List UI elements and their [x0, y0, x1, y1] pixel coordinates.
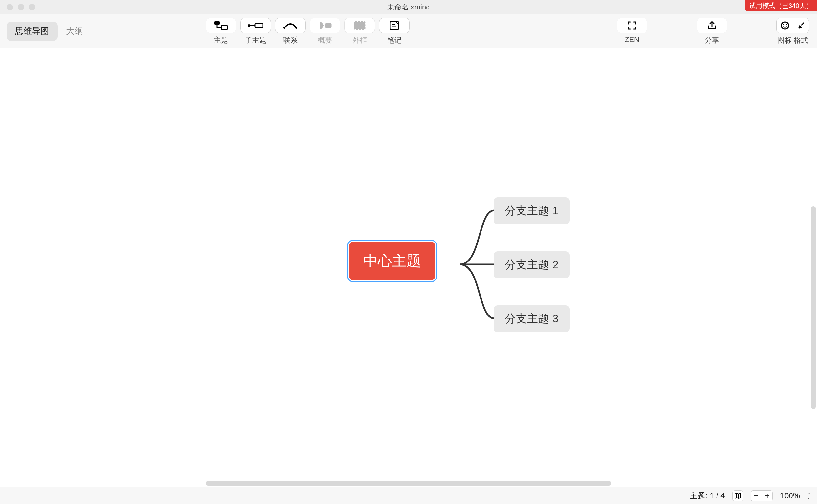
topic-button[interactable]: 主题 [206, 18, 236, 45]
minimize-window-button[interactable] [18, 4, 24, 10]
svg-point-2 [248, 24, 250, 27]
subtopic-label: 子主题 [245, 35, 266, 45]
svg-rect-4 [255, 23, 263, 28]
svg-point-5 [283, 27, 285, 29]
canvas-area[interactable]: 中心主题 分支主题 1 分支主题 2 分支主题 3 [0, 48, 817, 487]
view-mode-toggle: 思维导图 大纲 [7, 22, 92, 41]
status-bar: 主题: 1 / 4 − + 100% ⌃ ⌄ [0, 487, 817, 504]
map-icon [734, 493, 741, 499]
branch-topic-node-2[interactable]: 分支主题 2 [494, 251, 570, 278]
share-icon [697, 18, 727, 33]
branch-topic-node-3[interactable]: 分支主题 3 [494, 305, 570, 332]
mindmap-view-tab[interactable]: 思维导图 [7, 22, 58, 41]
subtopic-icon [240, 18, 271, 33]
svg-point-14 [786, 24, 787, 25]
vertical-scrollbar[interactable] [811, 206, 816, 409]
central-topic-node[interactable]: 中心主题 [349, 242, 435, 280]
note-icon [379, 18, 410, 33]
relationship-icon [275, 18, 306, 33]
svg-point-6 [295, 27, 297, 29]
zoom-level-label: 100% [780, 491, 800, 500]
svg-rect-7 [326, 24, 331, 27]
fullscreen-icon [617, 18, 647, 33]
svg-point-12 [781, 22, 789, 29]
main-tool-group: 主题 子主题 联系 概要 外框 [206, 18, 410, 45]
chevron-down-icon: ⌄ [807, 496, 810, 499]
zen-button[interactable]: ZEN [617, 18, 647, 45]
svg-rect-0 [214, 21, 220, 25]
title-bar: 未命名.xmind 试用模式（已340天） [0, 0, 817, 14]
share-button[interactable]: 分享 [697, 18, 727, 45]
relationship-label: 联系 [283, 35, 298, 45]
smiley-icon [776, 18, 793, 33]
iconset-label: 图标 [777, 35, 792, 45]
window-title: 未命名.xmind [0, 2, 817, 12]
boundary-icon [344, 18, 375, 33]
iconset-button[interactable]: 图标 [776, 18, 793, 45]
subtopic-button[interactable]: 子主题 [240, 18, 271, 45]
topic-icon [206, 18, 236, 33]
toolbar: 思维导图 大纲 主题 子主题 联系 概要 [0, 14, 817, 48]
summary-label: 概要 [318, 35, 332, 45]
right-tool-group: ZEN 分享 图标 格式 [617, 18, 809, 45]
map-overview-button[interactable] [732, 490, 743, 501]
share-label: 分享 [705, 35, 719, 45]
zoom-buttons: − + [751, 490, 773, 501]
zen-label: ZEN [625, 35, 639, 44]
format-label: 格式 [794, 35, 808, 45]
horizontal-scrollbar[interactable] [206, 481, 611, 486]
brush-icon [793, 18, 809, 33]
summary-button: 概要 [310, 18, 340, 45]
zoom-out-button[interactable]: − [751, 490, 762, 501]
branch-topic-node-1[interactable]: 分支主题 1 [494, 197, 570, 224]
zoom-in-button[interactable]: + [762, 490, 773, 501]
topic-count-label: 主题: 1 / 4 [690, 491, 725, 501]
note-label: 笔记 [387, 35, 402, 45]
relationship-button[interactable]: 联系 [275, 18, 306, 45]
format-button[interactable]: 格式 [793, 18, 809, 45]
maximize-window-button[interactable] [29, 4, 35, 10]
close-window-button[interactable] [7, 4, 13, 10]
svg-point-13 [783, 24, 784, 25]
topic-label: 主题 [214, 35, 228, 45]
boundary-button: 外框 [344, 18, 375, 45]
svg-rect-8 [354, 22, 365, 29]
window-controls [0, 4, 35, 10]
zoom-stepper[interactable]: ⌃ ⌄ [807, 493, 810, 499]
outline-view-tab[interactable]: 大纲 [58, 22, 92, 41]
boundary-label: 外框 [353, 35, 367, 45]
trial-mode-badge[interactable]: 试用模式（已340天） [745, 0, 817, 11]
note-button[interactable]: 笔记 [379, 18, 410, 45]
svg-rect-1 [221, 26, 227, 29]
summary-icon [310, 18, 340, 33]
